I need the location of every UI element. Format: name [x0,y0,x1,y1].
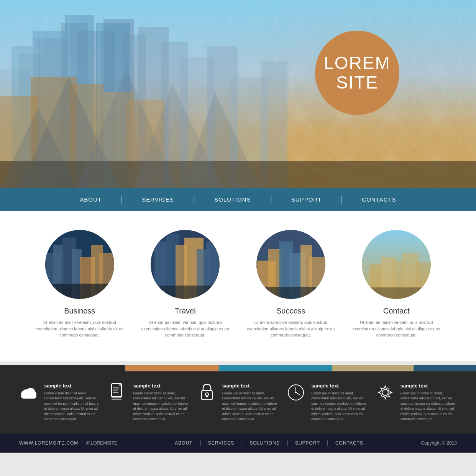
bottom-nav-support[interactable]: SUPPORT [288,440,327,446]
svg-rect-73 [415,263,431,299]
card-business: Business Ut enim ad minim veniam, quis n… [34,230,126,338]
bottom-nav-contacts[interactable]: CONTACTS [328,440,370,446]
clock-icon [286,383,305,402]
svg-point-94 [382,389,388,396]
footer-cloud-body: Lorem ipsum dolor sit amet, consectetur … [44,391,100,422]
footer-item-cloud: sample text Lorem ipsum dolor sit amet, … [19,383,100,422]
bottom-nav-left: WWW.LOREMSITE.COM @LOREMSITE [19,440,117,446]
footer-doc-title: sample text [133,383,189,389]
hero-cityscape [0,0,476,188]
card-travel-title: Travel [139,307,231,315]
card-business-text: Ut enim ad minim veniam, quis nostrud ex… [34,319,126,338]
card-contact-title: Contact [350,307,442,315]
bar-orange [125,365,219,371]
cloud-icon [19,383,38,402]
footer-item-clock: sample text Lorem ipsum dolor sit amet, … [286,383,368,422]
footer-clock-body: Lorem ipsum dolor sit amet, consectetur … [311,391,368,422]
main-content: Business Ut enim ad minim veniam, quis n… [0,211,476,361]
bottom-navigation: WWW.LOREMSITE.COM @LOREMSITE ABOUT | SER… [0,433,476,453]
footer-item-gear: sample text Lorem ipsum dolor sit amet, … [376,383,457,422]
card-travel: Travel Ut enim ad minim veniam, quis nos… [139,230,231,338]
card-travel-text: Ut enim ad minim veniam, quis nostrud ex… [139,319,231,338]
bar-khaki [332,365,413,371]
gear-icon [376,383,395,402]
svg-rect-82 [113,389,119,389]
card-business-image [45,230,114,299]
svg-rect-47 [99,253,114,299]
footer-item-lock: sample text Lorem ipsum dolor sit amet, … [197,383,279,422]
card-contact-image [362,230,431,299]
lock-icon [197,383,217,402]
card-business-title: Business [34,307,126,315]
svg-rect-89 [206,395,208,397]
footer-cloud-title: sample text [44,383,100,389]
bottom-copyright: Copyright © 2013 [421,440,457,446]
bottom-nav-services[interactable]: SERVICES [201,440,241,446]
svg-rect-65 [309,257,325,299]
svg-rect-57 [151,286,220,299]
nav-item-solutions[interactable]: SOLUTIONS [195,196,270,203]
main-navigation: ABOUT | SERVICES | SOLUTIONS | SUPPORT |… [0,188,476,211]
svg-rect-66 [256,287,325,299]
bottom-nav-center: ABOUT | SERVICES | SOLUTIONS | SUPPORT |… [168,440,370,446]
bar-teal [219,365,332,371]
card-success-text: Ut enim ad minim veniam, quis nostrud ex… [245,319,337,338]
svg-rect-86 [112,399,121,400]
footer-content: sample text Lorem ipsum dolor sit amet, … [0,371,476,433]
footer-doc-body: Lorem ipsum dolor sit amet, consectetur … [133,391,189,422]
nav-item-about[interactable]: ABOUT [61,196,121,203]
card-success: Success Ut enim ad minim veniam, quis no… [245,230,337,338]
card-travel-image [151,230,220,299]
card-success-title: Success [245,307,337,315]
footer-lock-title: sample text [222,383,279,389]
cards-grid: Business Ut enim ad minim veniam, quis n… [31,230,445,338]
document-icon [108,383,127,402]
bar-navy [414,365,476,371]
svg-rect-48 [45,284,114,299]
card-contact: Contact Ut enim ad minim veniam, quis no… [350,230,442,338]
bottom-nav-solutions[interactable]: SOLUTIONS [243,440,286,446]
bottom-social: @LOREMSITE [86,440,117,446]
hero-section: LOREM SITE [0,0,476,188]
svg-rect-83 [113,391,118,391]
color-bars [0,365,476,371]
footer-gear-title: sample text [400,383,457,389]
svg-rect-84 [113,392,118,393]
svg-rect-81 [113,387,119,387]
bottom-nav-about[interactable]: ABOUT [168,440,199,446]
footer-clock-title: sample text [311,383,368,389]
logo-text: LOREM SITE [324,53,391,92]
svg-rect-56 [206,241,220,299]
svg-rect-74 [362,287,431,299]
nav-item-support[interactable]: SUPPORT [272,196,341,203]
card-success-image [256,230,325,299]
svg-rect-78 [21,394,36,399]
card-contact-text: Ut enim ad minim veniam, quis nostrud ex… [350,319,442,338]
bar-dark [0,365,125,371]
bottom-brand: WWW.LOREMSITE.COM [19,440,78,446]
svg-point-93 [295,392,297,393]
nav-item-services[interactable]: SERVICES [123,196,193,203]
footer-item-document: sample text Lorem ipsum dolor sit amet, … [108,383,189,422]
nav-item-contacts[interactable]: CONTACTS [343,196,415,203]
svg-rect-85 [112,397,121,398]
footer-gear-body: Lorem ipsum dolor sit amet, consectetur … [400,391,457,422]
footer-lock-body: Lorem ipsum dolor sit amet, consectetur … [222,391,279,422]
logo-circle: LOREM SITE [315,31,399,115]
